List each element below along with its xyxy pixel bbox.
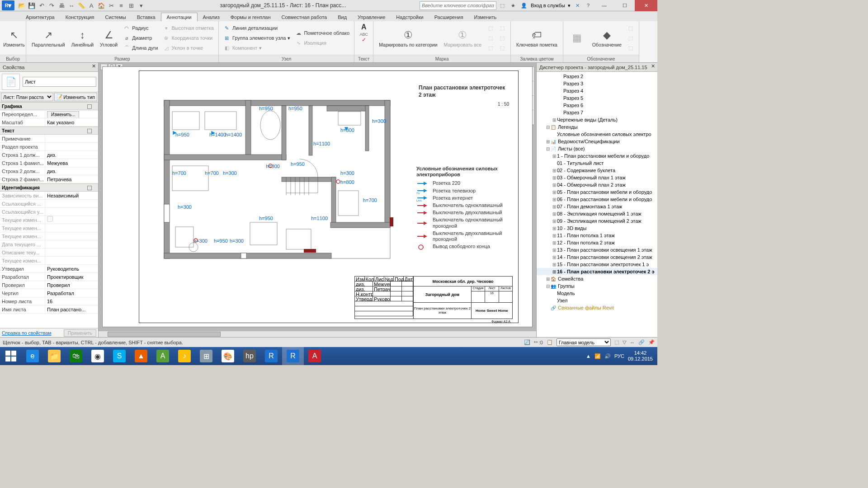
tab-extensions[interactable]: Расширения [429, 13, 469, 21]
task-revit1[interactable]: R [260, 347, 282, 365]
symbol-button[interactable]: ◆Обозначение [590, 27, 624, 49]
tree-item[interactable]: Разрез 3 [537, 80, 657, 87]
tray-up-icon[interactable]: ▲ [586, 353, 591, 359]
task-chrome[interactable]: ◉ [87, 347, 108, 365]
print-icon[interactable]: 🖶 [57, 1, 66, 10]
tree-item[interactable]: Узел [537, 297, 657, 304]
arc-length-button[interactable]: ⌒Длина дуги [121, 43, 160, 53]
signin-label[interactable]: Вход в службы [531, 3, 565, 8]
minimize-button[interactable]: — [594, 0, 614, 11]
tab-insert[interactable]: Вставка [132, 13, 161, 21]
tree-item[interactable]: ⊞Чертежные виды (Деталь) [537, 116, 657, 123]
workset-selector[interactable]: Главная модель [557, 338, 611, 346]
tree-item[interactable]: ⊞10 - 3D виды [537, 225, 657, 232]
3d-icon[interactable]: 🏠 [97, 1, 106, 10]
tab-architecture[interactable]: Архитектура [20, 13, 60, 21]
override-button[interactable]: Изменить... [47, 111, 79, 118]
tree-item[interactable]: ⊞14 - План расстановки освещения 2 этаж [537, 253, 657, 261]
h-scrollbar[interactable] [99, 331, 536, 337]
modify-button[interactable]: ↖Изменить [3, 27, 25, 49]
task-music[interactable]: ♪ [174, 347, 195, 365]
group-id[interactable]: Идентификация [0, 183, 98, 192]
tree-item[interactable]: ⊞07 - План демонтажа 1 этаж [537, 203, 657, 210]
app-menu-button[interactable]: R▾ [2, 0, 14, 10]
tree-item[interactable]: ⊞03 - Обмерочный план 1 этаж [537, 174, 657, 181]
tree-item[interactable]: ⊞12 - План потолка 2 этаж [537, 239, 657, 246]
keynote-button[interactable]: 🏷Ключевая пометка [514, 27, 560, 49]
tree-item[interactable]: ⊞05 - План расстановки мебели и оборудо [537, 188, 657, 196]
exchange-icon[interactable]: ✕ [573, 1, 581, 9]
tree-item[interactable]: ⊞02 - Содержание буклета [537, 167, 657, 174]
sb-sync-icon[interactable]: 🔄 [524, 339, 530, 345]
tab-analyze[interactable]: Анализ [198, 13, 225, 21]
close-icon[interactable]: ✕ [90, 63, 97, 70]
cloud-button[interactable]: ☁Пометочное облако [293, 28, 351, 38]
save-icon[interactable]: 💾 [27, 1, 36, 10]
tree-item[interactable]: ⊞09 - Экспликация помещений 2 этаж [537, 217, 657, 225]
angular-dim-button[interactable]: ∠Угловой [97, 27, 120, 49]
prop-help-link[interactable]: Справка по свойствам [2, 330, 52, 336]
type-selector[interactable]: Лист [23, 77, 96, 87]
drawing-area[interactable]: − ☐ ✕ ⌂ ◎ ✋ 🔍 [99, 63, 536, 337]
start-button[interactable] [0, 347, 22, 365]
tree-item[interactable]: Условные обозначения силовых электро [537, 131, 657, 138]
task-vlc[interactable]: ▲ [130, 347, 152, 365]
browser-header[interactable]: Диспетчер проекта - загородный дом_25.11… [537, 63, 657, 72]
tree-item[interactable]: Разрез 7 [537, 109, 657, 116]
measure-icon[interactable]: ↔ [67, 1, 76, 10]
tray-vol-icon[interactable]: 🔊 [604, 353, 611, 359]
switch-win-icon[interactable]: ▾ [137, 1, 146, 10]
apply-button[interactable]: Применить [64, 329, 96, 337]
tree-item[interactable]: ⊞06 - План расстановки мебели и оборудо [537, 196, 657, 203]
tab-addins[interactable]: Надстройки [391, 13, 429, 21]
sb-workset-icon[interactable]: 📋 [547, 339, 553, 345]
tab-modify[interactable]: Изменить [469, 13, 502, 21]
tree-item[interactable]: ⊞16 - План расстановки электроточек 2 э [537, 268, 657, 275]
dim-icon[interactable]: 📏 [77, 1, 86, 10]
group-graphics[interactable]: Графика [0, 102, 98, 110]
tree-item[interactable]: ⊞04 - Обмерочный план 2 этаж [537, 181, 657, 188]
task-ie[interactable]: e [22, 347, 43, 365]
tree-item[interactable]: ⊟📋Легенды [537, 123, 657, 131]
text-button[interactable]: A [357, 22, 370, 32]
text-icon[interactable]: A [87, 1, 96, 10]
tray-net-icon[interactable]: 📶 [594, 353, 601, 359]
task-skype[interactable]: S [108, 347, 130, 365]
diameter-button[interactable]: ⌀Диаметр [121, 33, 160, 43]
sb-link-icon[interactable]: 🔗 [638, 339, 645, 345]
tree-item[interactable]: ⊞08 - Экспликация помещений 1 этаж [537, 210, 657, 217]
property-grid[interactable]: Графика Переопредел...Изменить... Масшта… [0, 102, 98, 328]
system-tray[interactable]: ▲ 📶 🔊 РУС 14:4209.12.2015 [581, 350, 657, 362]
properties-header[interactable]: Свойства✕ [0, 63, 98, 72]
tree-item[interactable]: Разрез 2 [537, 73, 657, 80]
section-icon[interactable]: ✂ [107, 1, 116, 10]
task-revit-active[interactable]: R [282, 347, 304, 365]
open-icon[interactable]: 📂 [17, 1, 26, 10]
sb-filter-icon[interactable]: ▽ [623, 339, 626, 345]
task-calc[interactable]: ⊞ [195, 347, 217, 365]
undo-icon[interactable]: ↶ [37, 1, 46, 10]
tree-item[interactable]: ⊞1 - План расстановки мебели и оборудо [537, 152, 657, 160]
tree-item[interactable]: ⊞🏠Семейства [537, 275, 657, 282]
infocenter-icon[interactable]: ⬚ [498, 1, 506, 9]
tree-item[interactable]: ⊞📊Ведомости/Спецификации [537, 138, 657, 145]
tree-item[interactable]: Разрез 5 [537, 94, 657, 102]
project-tree[interactable]: Разрез 2Разрез 3Разрез 4Разрез 5Разрез 6… [537, 72, 657, 337]
sheet-view[interactable]: h=950h=1400h=1400 h=950h=950h=1100 h=300… [139, 70, 519, 323]
redo-icon[interactable]: ↷ [47, 1, 56, 10]
task-store[interactable]: 🛍 [65, 347, 87, 365]
tree-item[interactable]: Разрез 6 [537, 102, 657, 109]
tab-massing[interactable]: Формы и генплан [225, 13, 276, 21]
tray-clock[interactable]: 14:4209.12.2015 [628, 350, 653, 362]
tab-structure[interactable]: Конструкция [60, 13, 100, 21]
group-text[interactable]: Текст [0, 127, 98, 135]
maximize-button[interactable]: ☐ [614, 0, 635, 11]
detail-line-button[interactable]: ✎Линия детализации [222, 23, 292, 33]
sb-drag-icon[interactable]: ↔ [630, 340, 635, 345]
tree-item[interactable]: ⊞15 - План расстановки электроточек 1 э [537, 261, 657, 268]
task-explorer[interactable]: 📁 [43, 347, 65, 365]
tree-item[interactable]: ⊟👥Группы [537, 282, 657, 290]
task-acrobat[interactable]: A [304, 347, 326, 365]
task-autocad[interactable]: A [152, 347, 174, 365]
thin-lines-icon[interactable]: ≡ [117, 1, 126, 10]
